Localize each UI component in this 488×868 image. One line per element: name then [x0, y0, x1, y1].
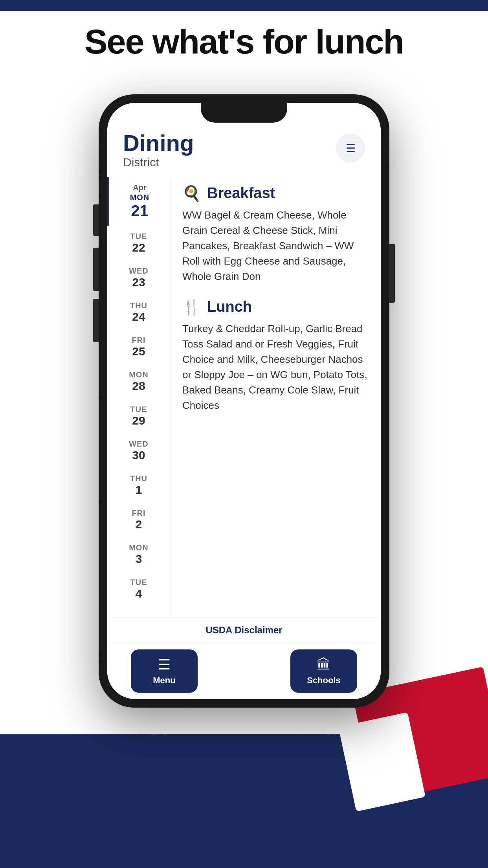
main-body: AprMON21TUE22WED23THU24FRI25MON28TUE29WE… — [107, 177, 381, 617]
lunch-title: Lunch — [207, 298, 252, 315]
cal-date: 1 — [136, 483, 142, 496]
calendar-item[interactable]: FRI2 — [107, 502, 170, 537]
cal-day-name: THU — [130, 301, 147, 310]
top-status-bar — [0, 0, 488, 11]
calendar-item[interactable]: TUE4 — [107, 572, 170, 606]
cal-date: 22 — [132, 241, 145, 254]
cal-month: Apr — [133, 183, 146, 192]
filter-icon: ☰ — [346, 142, 356, 155]
phone-mockup: Dining District ☰ AprMON21TUE22WED23THU2… — [99, 94, 389, 708]
bottom-nav: ☰ Menu 🏛 Schools — [107, 643, 381, 699]
phone-screen: Dining District ☰ AprMON21TUE22WED23THU2… — [107, 103, 381, 699]
calendar-item[interactable]: MON3 — [107, 537, 170, 572]
cal-date: 25 — [132, 345, 145, 358]
app-subtitle: District — [123, 156, 194, 169]
hero-title: See what's for lunch — [0, 24, 488, 60]
menu-nav-button[interactable]: ☰ Menu — [131, 649, 198, 693]
calendar-item[interactable]: MON28 — [107, 364, 170, 399]
header-text: Dining District — [123, 131, 194, 169]
phone-frame: Dining District ☰ AprMON21TUE22WED23THU2… — [99, 94, 389, 708]
cal-date: 2 — [136, 518, 142, 531]
calendar-item[interactable]: THU24 — [107, 295, 170, 329]
cal-day-name: TUE — [130, 578, 147, 587]
calendar-item[interactable]: AprMON21 — [107, 177, 170, 226]
phone-button-mute — [93, 204, 99, 236]
calendar-item[interactable]: TUE22 — [107, 226, 170, 260]
cal-date: 24 — [132, 310, 145, 323]
lunch-icon: 🍴 — [182, 298, 201, 316]
cal-day-name: MON — [129, 370, 149, 379]
phone-button-vol-up — [93, 248, 99, 291]
cal-day-name: TUE — [130, 405, 147, 414]
phone-notch — [201, 103, 287, 123]
phone-button-power — [389, 244, 395, 303]
schools-nav-icon: 🏛 — [317, 657, 331, 673]
lunch-description: Turkey & Cheddar Roll-up, Garlic Bread T… — [182, 321, 369, 413]
breakfast-title: Breakfast — [207, 185, 275, 202]
cal-date: 4 — [136, 587, 142, 600]
menu-content: 🍳BreakfastWW Bagel & Cream Cheese, Whole… — [170, 177, 381, 617]
calendar-item[interactable]: WED30 — [107, 433, 170, 468]
calendar-item[interactable]: THU1 — [107, 468, 170, 502]
cal-day-name: TUE — [130, 232, 147, 241]
cal-date: 29 — [132, 414, 145, 427]
cal-date: 3 — [136, 552, 142, 565]
cal-day-name: FRI — [132, 509, 145, 518]
cal-date: 30 — [132, 449, 145, 462]
app-title: Dining — [123, 131, 194, 156]
cal-date: 28 — [132, 379, 145, 392]
usda-disclaimer-text[interactable]: USDA Disclaimer — [205, 625, 282, 635]
schools-nav-button[interactable]: 🏛 Schools — [290, 649, 357, 693]
filter-button[interactable]: ☰ — [336, 134, 365, 163]
calendar-item[interactable]: TUE29 — [107, 399, 170, 433]
calendar-item[interactable]: FRI25 — [107, 329, 170, 364]
calendar-sidebar[interactable]: AprMON21TUE22WED23THU24FRI25MON28TUE29WE… — [107, 177, 170, 617]
cal-day-name: WED — [129, 267, 149, 276]
cal-day-name: WED — [129, 440, 149, 449]
calendar-item[interactable]: WED23 — [107, 260, 170, 295]
meal-section: 🍳BreakfastWW Bagel & Cream Cheese, Whole… — [182, 185, 369, 284]
schools-nav-label: Schools — [307, 675, 341, 686]
cal-day-name: FRI — [132, 336, 145, 345]
breakfast-icon: 🍳 — [182, 185, 201, 202]
meal-header: 🍴Lunch — [182, 298, 369, 316]
usda-bar[interactable]: USDA Disclaimer — [107, 617, 381, 643]
cal-day-name: MON — [130, 193, 150, 202]
menu-nav-icon: ☰ — [158, 657, 171, 673]
meal-header: 🍳Breakfast — [182, 185, 369, 202]
breakfast-description: WW Bagel & Cream Cheese, Whole Grain Cer… — [182, 208, 369, 284]
cal-date: 21 — [131, 202, 149, 219]
cal-day-name: MON — [129, 543, 149, 552]
menu-nav-label: Menu — [153, 675, 175, 686]
phone-button-vol-down — [93, 299, 99, 342]
meal-section: 🍴LunchTurkey & Cheddar Roll-up, Garlic B… — [182, 298, 369, 413]
screen-content: Dining District ☰ AprMON21TUE22WED23THU2… — [107, 103, 381, 699]
cal-day-name: THU — [130, 474, 147, 483]
cal-date: 23 — [132, 276, 145, 289]
